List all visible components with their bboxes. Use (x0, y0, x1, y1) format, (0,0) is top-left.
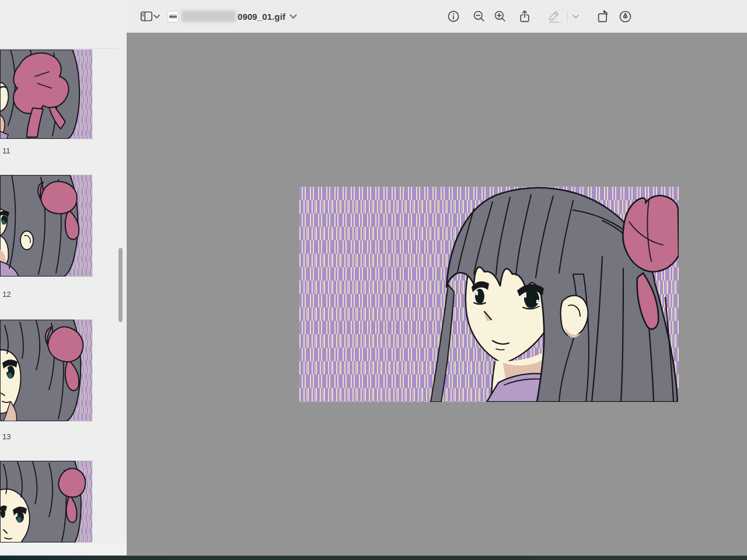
filename-text: 0909_01.gif (238, 12, 285, 22)
autofill-pen-button[interactable] (617, 8, 633, 24)
rotate-left-icon (596, 9, 610, 24)
toolbar: 0909_01.gif (127, 0, 747, 33)
markup-pencil-button[interactable] (546, 8, 562, 24)
sidebar-divider (0, 48, 118, 49)
thumbnail-sidebar: 11 (0, 0, 127, 555)
zoom-in-button[interactable] (492, 8, 508, 24)
chevron-down-icon (153, 15, 160, 19)
bottom-window-edge (0, 555, 747, 560)
preview-window: 0909_01.gif (0, 0, 747, 560)
title-chevron-icon[interactable] (289, 11, 297, 22)
thumbnail-page-14[interactable] (0, 461, 92, 542)
document-title[interactable]: 0909_01.gif (168, 0, 297, 33)
main-image-canvas[interactable] (299, 187, 679, 402)
toolbar-divider (567, 10, 568, 22)
markup-pencil-icon (546, 9, 561, 24)
share-button[interactable] (516, 8, 533, 24)
info-icon (446, 9, 460, 23)
thumbnail-page-12[interactable] (0, 175, 92, 276)
zoom-out-button[interactable] (471, 8, 487, 24)
chevron-down-icon (573, 15, 579, 19)
redacted-filename-prefix (181, 10, 236, 22)
thumbnail-page-13[interactable] (0, 320, 92, 421)
share-icon (518, 9, 532, 23)
thumbnail-page-11[interactable] (0, 50, 92, 139)
rotate-left-button[interactable] (595, 8, 611, 24)
sidebar-scrollbar[interactable] (118, 248, 123, 322)
sidebar-toggle-chevron[interactable] (152, 8, 161, 24)
zoom-out-icon (472, 9, 486, 23)
info-button[interactable] (445, 8, 462, 24)
girl-artwork (299, 187, 679, 402)
sidebar-bottom-strip (0, 542, 127, 555)
page-number-label: 11 (2, 146, 11, 155)
zoom-in-icon (493, 9, 507, 23)
page-number-label: 13 (2, 432, 11, 441)
file-proxy-icon (168, 12, 178, 22)
markup-options-chevron[interactable] (570, 8, 581, 24)
autofill-pen-icon (618, 9, 633, 24)
page-number-label: 12 (2, 290, 11, 299)
